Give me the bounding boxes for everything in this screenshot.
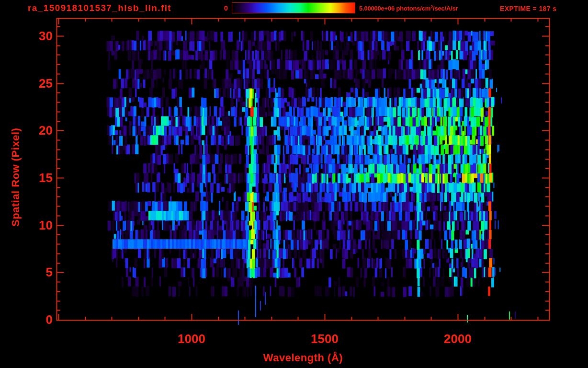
- colorbar-max-label: 5.00000e+06 photons/cm2/sec/A/sr: [359, 4, 458, 12]
- x-tick-label-1500: 1500: [296, 332, 353, 346]
- spectral-image-canvas: [0, 0, 588, 368]
- exptime-label: EXPTIME = 187 s: [500, 5, 556, 12]
- y-tick-label-30: 30: [27, 29, 53, 44]
- colorbar-units-suffix: /sec/A/sr: [433, 5, 458, 12]
- y-tick-label-25: 25: [27, 76, 53, 91]
- y-tick-label-20: 20: [27, 123, 53, 138]
- x-tick-label-1000: 1000: [163, 332, 220, 346]
- colorbar-max-value: 5.00000e+06 photons/cm: [359, 5, 430, 12]
- filename-title: ra_150918101537_hisb_lin.fit: [28, 3, 171, 13]
- y-tick-label-10: 10: [27, 218, 53, 233]
- y-tick-label-5: 5: [27, 265, 53, 280]
- y-axis-title: Spatial Row (Pixel): [9, 112, 23, 227]
- x-tick-label-2000: 2000: [429, 332, 486, 346]
- colorbar-min-label: 0: [213, 4, 228, 12]
- x-axis-title: Wavelength (Å): [246, 352, 361, 364]
- y-tick-label-15: 15: [27, 171, 53, 185]
- y-tick-label-0: 0: [27, 312, 53, 327]
- colorbar: [232, 2, 355, 13]
- spectrograph-quicklook-screen: ra_150918101537_hisb_lin.fit 0 5.00000e+…: [0, 0, 588, 368]
